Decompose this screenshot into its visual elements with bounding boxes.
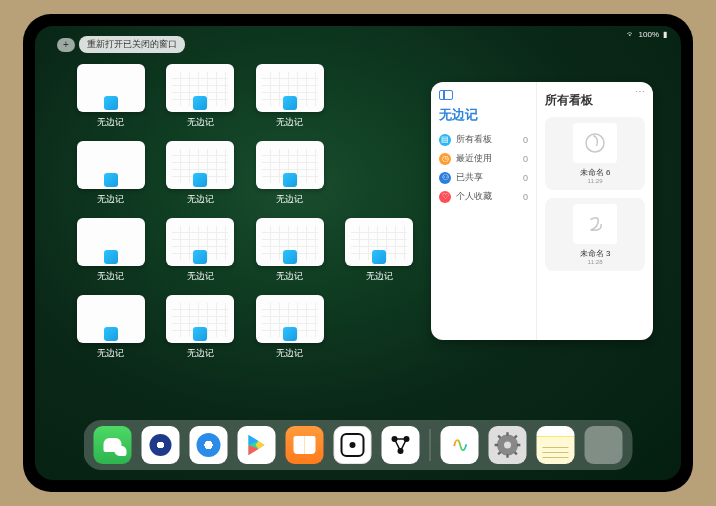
window-tile[interactable]: 无边记: [254, 295, 326, 360]
graph-app-icon[interactable]: [382, 426, 420, 464]
freeform-app-icon: [193, 173, 207, 187]
freeform-icon[interactable]: ∿: [441, 426, 479, 464]
freeform-app-icon: [283, 250, 297, 264]
quark-hd-icon[interactable]: [142, 426, 180, 464]
books-icon[interactable]: [286, 426, 324, 464]
add-button[interactable]: +: [57, 38, 75, 52]
sidebar-item-label: 所有看板: [456, 133, 492, 146]
status-bar: ᯤ 100% ▮: [627, 30, 667, 39]
board-name: 未命名 3: [580, 248, 611, 259]
freeform-app-icon: [104, 96, 118, 110]
window-tile[interactable]: 无边记: [165, 218, 237, 283]
sidebar-item-label: 个人收藏: [456, 190, 492, 203]
tile-label: 无边记: [97, 116, 124, 129]
sidebar-toggle-icon[interactable]: [439, 90, 453, 100]
sidebar-item-shared[interactable]: ⚇ 已共享 0: [439, 168, 528, 187]
all-boards-icon: ▤: [439, 134, 451, 146]
board-time: 11:29: [587, 178, 602, 184]
battery-label: 100%: [639, 30, 659, 39]
sidebar-item-label: 最近使用: [456, 152, 492, 165]
board-name: 未命名 6: [580, 167, 611, 178]
window-grid: 无边记 无边记 无边记 无边记 无边记 无边记 无边记 无边记 无边记 无边记 …: [75, 64, 415, 360]
sidebar-item-count: 0: [523, 192, 528, 202]
sidebar-item-count: 0: [523, 173, 528, 183]
window-tile[interactable]: 无边记: [75, 295, 147, 360]
window-tile[interactable]: 无边记: [75, 64, 147, 129]
svg-point-5: [504, 442, 511, 449]
freeform-app-icon: [283, 96, 297, 110]
window-tile[interactable]: 无边记: [165, 141, 237, 206]
svg-line-10: [498, 436, 500, 438]
tile-label: 无边记: [187, 116, 214, 129]
tile-label: 无边记: [187, 270, 214, 283]
freeform-app-icon: [104, 327, 118, 341]
tile-label: 无边记: [276, 347, 303, 360]
tile-label: 无边记: [97, 347, 124, 360]
svg-line-12: [498, 452, 500, 454]
play-store-icon[interactable]: [238, 426, 276, 464]
reopen-window-button[interactable]: 重新打开已关闭的窗口: [79, 36, 185, 53]
recent-apps-cluster-icon[interactable]: [585, 426, 623, 464]
tile-label: 无边记: [276, 193, 303, 206]
tile-label: 无边记: [187, 347, 214, 360]
board-time: 11:28: [587, 259, 602, 265]
ipad-screen: ᯤ 100% ▮ + 重新打开已关闭的窗口 无边记 无边记 无边记 无边记 无边…: [35, 26, 681, 480]
battery-icon: ▮: [663, 30, 667, 39]
tile-label: 无边记: [97, 193, 124, 206]
freeform-panel[interactable]: ⋯ 无边记 ▤ 所有看板 0 ◷ 最近使用 0 ⚇ 已共享 0: [431, 82, 653, 340]
window-tile[interactable]: 无边记: [254, 141, 326, 206]
clock-icon: ◷: [439, 153, 451, 165]
tile-label: 无边记: [276, 270, 303, 283]
sidebar-item-favorites[interactable]: ♡ 个人收藏 0: [439, 187, 528, 206]
dock: ∿: [84, 420, 633, 470]
heart-icon: ♡: [439, 191, 451, 203]
freeform-app-icon: [104, 173, 118, 187]
board-card[interactable]: 未命名 6 11:29: [545, 117, 645, 190]
board-preview: [573, 123, 617, 163]
tile-label: 无边记: [276, 116, 303, 129]
ellipsis-icon[interactable]: ⋯: [635, 86, 645, 97]
tile-label: 无边记: [366, 270, 393, 283]
notes-icon[interactable]: [537, 426, 575, 464]
freeform-app-icon: [104, 250, 118, 264]
panel-content-title: 所有看板: [545, 92, 645, 109]
panel-sidebar: 无边记 ▤ 所有看板 0 ◷ 最近使用 0 ⚇ 已共享 0 ♡: [431, 82, 537, 340]
dice-app-icon[interactable]: [334, 426, 372, 464]
panel-content: 所有看板 未命名 6 11:29 未命名 3 11:28: [537, 82, 653, 340]
freeform-app-icon: [372, 250, 386, 264]
window-tile[interactable]: 无边记: [165, 295, 237, 360]
settings-icon[interactable]: [489, 426, 527, 464]
board-preview: [573, 204, 617, 244]
sidebar-item-label: 已共享: [456, 171, 483, 184]
window-tile[interactable]: 无边记: [75, 141, 147, 206]
svg-line-11: [515, 452, 517, 454]
panel-title: 无边记: [439, 106, 528, 124]
window-tile[interactable]: 无边记: [254, 64, 326, 129]
wifi-icon: ᯤ: [627, 30, 635, 39]
quark-icon[interactable]: [190, 426, 228, 464]
board-card[interactable]: 未命名 3 11:28: [545, 198, 645, 271]
freeform-app-icon: [193, 96, 207, 110]
sidebar-item-recent[interactable]: ◷ 最近使用 0: [439, 149, 528, 168]
window-tile[interactable]: 无边记: [344, 218, 416, 283]
person-icon: ⚇: [439, 172, 451, 184]
window-tile[interactable]: 无边记: [75, 218, 147, 283]
freeform-app-icon: [193, 250, 207, 264]
top-bar: + 重新打开已关闭的窗口: [57, 36, 185, 53]
svg-line-13: [515, 436, 517, 438]
freeform-app-icon: [193, 327, 207, 341]
wechat-icon[interactable]: [94, 426, 132, 464]
tile-label: 无边记: [187, 193, 214, 206]
sidebar-item-count: 0: [523, 135, 528, 145]
sidebar-item-count: 0: [523, 154, 528, 164]
dock-separator: [430, 429, 431, 461]
sidebar-item-all[interactable]: ▤ 所有看板 0: [439, 130, 528, 149]
freeform-app-icon: [283, 173, 297, 187]
window-tile[interactable]: 无边记: [254, 218, 326, 283]
window-tile[interactable]: 无边记: [165, 64, 237, 129]
freeform-app-icon: [283, 327, 297, 341]
tile-label: 无边记: [97, 270, 124, 283]
ipad-frame: ᯤ 100% ▮ + 重新打开已关闭的窗口 无边记 无边记 无边记 无边记 无边…: [23, 14, 693, 492]
